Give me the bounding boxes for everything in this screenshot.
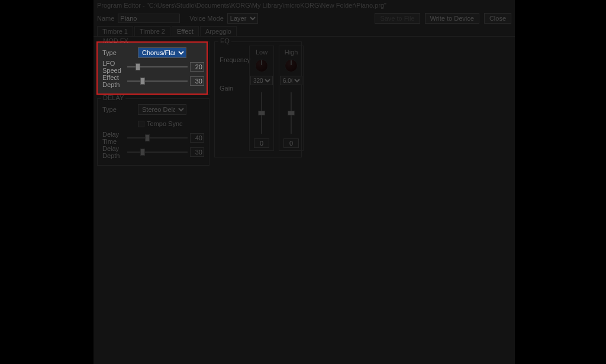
eq-low-column: Low 320Hz 0: [249, 46, 274, 151]
delay-type-select[interactable]: Stereo Delay: [138, 104, 186, 115]
save-to-file-button[interactable]: Save to File: [375, 13, 420, 24]
modfx-legend: MOD FX: [101, 37, 130, 44]
program-editor-window: Program Editor - "C:\Users\Studio\Docume…: [94, 0, 515, 364]
modfx-lfo-label: LFO Speed: [102, 60, 125, 74]
tab-effect[interactable]: Effect: [172, 26, 199, 36]
modfx-depth-value[interactable]: 30: [190, 76, 204, 86]
modfx-group: MOD FX Type Chorus/Flanger LFO Speed 20 …: [97, 41, 209, 95]
eq-low-label: Low: [256, 49, 267, 56]
name-label: Name: [97, 15, 114, 22]
eq-legend: EQ: [218, 37, 231, 44]
write-to-device-button[interactable]: Write to Device: [425, 13, 479, 24]
modfx-type-label: Type: [102, 49, 136, 56]
modfx-lfo-slider[interactable]: [127, 63, 188, 71]
tab-timbre2[interactable]: Timbre 2: [134, 26, 170, 36]
eq-low-freq-knob[interactable]: [255, 59, 268, 72]
voice-mode-select[interactable]: Layer: [227, 13, 258, 24]
eq-high-freq-select[interactable]: 6.00KH: [280, 76, 302, 85]
delay-depth-slider[interactable]: [127, 148, 188, 156]
delay-depth-value[interactable]: 30: [190, 147, 204, 157]
delay-group: DELAY Type Stereo Delay Tempo Sync Delay…: [97, 98, 209, 166]
eq-low-gain-slider[interactable]: [257, 92, 266, 134]
eq-frequency-label: Frequency: [220, 56, 248, 63]
delay-time-value[interactable]: 40: [190, 133, 204, 143]
delay-time-slider[interactable]: [127, 134, 188, 142]
delay-depth-label: Delay Depth: [102, 145, 125, 159]
close-button[interactable]: Close: [484, 13, 511, 24]
window-title: Program Editor - "C:\Users\Studio\Docume…: [94, 0, 515, 12]
checkbox-icon: [138, 121, 144, 127]
tab-arpeggio[interactable]: Arpeggio: [200, 26, 237, 36]
eq-low-freq-select[interactable]: 320Hz: [250, 76, 273, 85]
eq-gain-label: Gain: [220, 85, 248, 92]
delay-time-label: Delay Time: [102, 131, 125, 145]
eq-group: EQ Frequency Gain Low 320Hz 0 High: [214, 41, 302, 157]
voice-mode-label: Voice Mode: [189, 15, 223, 22]
name-input[interactable]: [118, 14, 180, 23]
eq-low-gain-value[interactable]: 0: [254, 138, 269, 148]
modfx-lfo-value[interactable]: 20: [190, 62, 204, 72]
eq-high-label: High: [285, 49, 298, 56]
eq-high-freq-knob[interactable]: [285, 59, 298, 72]
eq-high-column: High 6.00KH 0: [279, 46, 304, 151]
delay-legend: DELAY: [101, 94, 125, 101]
eq-high-gain-slider[interactable]: [287, 92, 295, 134]
tempo-sync-label: Tempo Sync: [147, 120, 183, 127]
tab-bar: Timbre 1 Timbre 2 Effect Arpeggio: [94, 25, 515, 37]
delay-type-label: Type: [102, 106, 136, 113]
tempo-sync-checkbox[interactable]: Tempo Sync: [138, 120, 183, 127]
modfx-depth-label: Effect Depth: [102, 74, 125, 88]
toolbar: Name Voice Mode Layer Save to File Write…: [94, 12, 515, 25]
eq-high-gain-value[interactable]: 0: [283, 138, 299, 148]
modfx-type-select[interactable]: Chorus/Flanger: [138, 47, 186, 58]
tab-timbre1[interactable]: Timbre 1: [97, 26, 133, 36]
modfx-depth-slider[interactable]: [127, 77, 188, 85]
effect-page: MOD FX Type Chorus/Flanger LFO Speed 20 …: [94, 37, 515, 170]
